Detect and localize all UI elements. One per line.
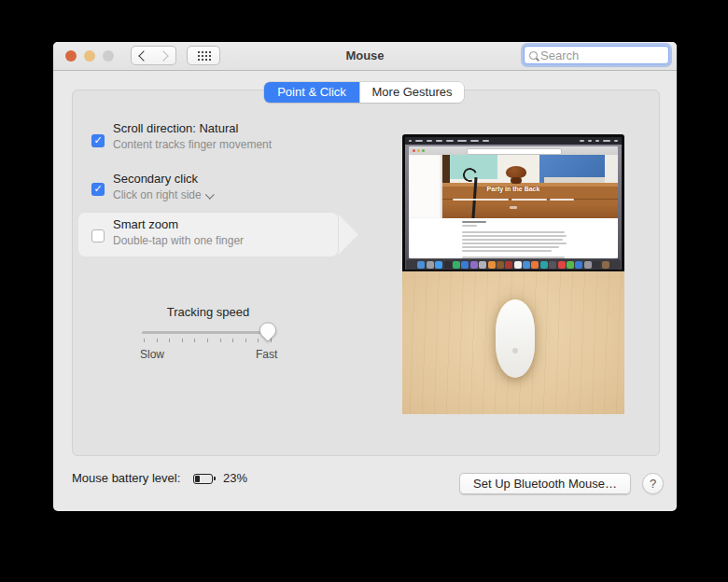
- hero-subtitle-bar: [550, 199, 574, 201]
- show-all-button[interactable]: [187, 46, 220, 65]
- minimize-button[interactable]: [84, 50, 95, 62]
- checkbox-secondary-click[interactable]: ✓: [91, 183, 105, 196]
- dock-app-icon: [488, 261, 496, 269]
- dock-app-icon: [514, 261, 522, 269]
- smart-zoom-sublabel: Double-tap with one finger: [113, 234, 244, 247]
- close-button[interactable]: [65, 50, 77, 62]
- dock-app-icon: [435, 261, 442, 269]
- smart-zoom-label: Smart zoom: [113, 217, 178, 231]
- dock-app-icon: [575, 261, 582, 269]
- demo-video: Party in the Back: [402, 134, 624, 414]
- zoom-button: [103, 50, 114, 62]
- chevron-right-icon: [158, 50, 168, 61]
- dock-app-icon: [497, 261, 504, 269]
- url-field: [467, 148, 562, 155]
- wooden-desk: [402, 271, 624, 414]
- demo-screen: Party in the Back: [402, 134, 624, 271]
- dock-app-icon: [602, 261, 609, 269]
- battery-fill: [195, 476, 200, 482]
- hero-title: Party in the Back: [409, 186, 618, 192]
- tracking-speed-track[interactable]: [142, 331, 273, 334]
- dock-app-icon: [567, 261, 574, 269]
- tracking-speed-thumb[interactable]: [259, 322, 277, 342]
- dock-app-icon: [593, 261, 600, 269]
- dock-app-icon: [523, 261, 530, 269]
- dock-app-icon: [479, 261, 486, 269]
- forward-button[interactable]: [153, 46, 176, 65]
- scroll-direction-label: Scroll direction: Natural: [113, 121, 238, 135]
- search-icon: [529, 51, 538, 60]
- back-button[interactable]: [131, 46, 154, 65]
- dock-app-icon: [444, 261, 452, 269]
- checkbox-smart-zoom[interactable]: [91, 229, 105, 242]
- hero-scroll-hint: [510, 206, 517, 209]
- hero-subtitle-bar: [453, 199, 509, 201]
- tab-point-and-click[interactable]: Point & Click: [264, 82, 359, 103]
- mouse-preferences-window: Mouse Search Point & Click More Gestures…: [53, 42, 677, 511]
- title-bar: Mouse Search: [53, 42, 677, 71]
- article-text: [409, 218, 618, 258]
- secondary-click-option[interactable]: Click on right side: [113, 188, 214, 201]
- dock-app-icon: [461, 261, 469, 269]
- menu-bar: [405, 137, 622, 145]
- settings-panel: ✓ Scroll direction: Natural Content trac…: [72, 90, 660, 456]
- search-field[interactable]: Search: [524, 46, 669, 64]
- dock-app-icon: [531, 261, 539, 269]
- dock-app-icon: [558, 261, 566, 269]
- secondary-click-label: Secondary click: [113, 172, 198, 186]
- checkbox-scroll-direction[interactable]: ✓: [91, 134, 105, 147]
- search-placeholder: Search: [540, 48, 579, 62]
- battery-level-label: Mouse battery level:: [72, 471, 180, 485]
- magic-mouse: [496, 299, 535, 378]
- dock: [406, 259, 621, 270]
- tab-more-gestures[interactable]: More Gestures: [359, 82, 464, 103]
- slider-fast-label: Fast: [256, 348, 277, 361]
- dock-app-icon: [417, 261, 425, 269]
- dock-app-icon: [505, 261, 512, 269]
- dock-app-icon: [427, 261, 434, 269]
- grid-icon: [197, 50, 211, 62]
- slider-ticks: [142, 339, 273, 343]
- battery-icon: [193, 474, 213, 484]
- dock-app-icon: [470, 261, 478, 269]
- slider-slow-label: Slow: [140, 348, 164, 361]
- tab-bar: Point & Click More Gestures: [264, 82, 464, 103]
- secondary-click-option-text: Click on right side: [113, 188, 202, 201]
- scroll-direction-sublabel: Content tracks finger movement: [113, 138, 272, 151]
- apple-logo-icon: [512, 348, 518, 353]
- safari-toolbar: [409, 146, 618, 155]
- tracking-speed-label: Tracking speed: [143, 305, 273, 319]
- chevron-down-icon: [205, 190, 215, 200]
- hero-image: Party in the Back: [409, 155, 618, 218]
- dock-app-icon: [540, 261, 548, 269]
- battery-percentage: 23%: [223, 471, 247, 485]
- dock-app-icon: [549, 261, 556, 269]
- setup-bluetooth-mouse-button[interactable]: Set Up Bluetooth Mouse…: [459, 473, 631, 494]
- hero-subtitle-bar: [511, 199, 547, 201]
- chevron-left-icon: [138, 50, 148, 61]
- dock-app-icon: [584, 261, 592, 269]
- safari-window: Party in the Back: [409, 146, 618, 258]
- dock-app-icon: [453, 261, 460, 269]
- help-button[interactable]: ?: [642, 473, 664, 494]
